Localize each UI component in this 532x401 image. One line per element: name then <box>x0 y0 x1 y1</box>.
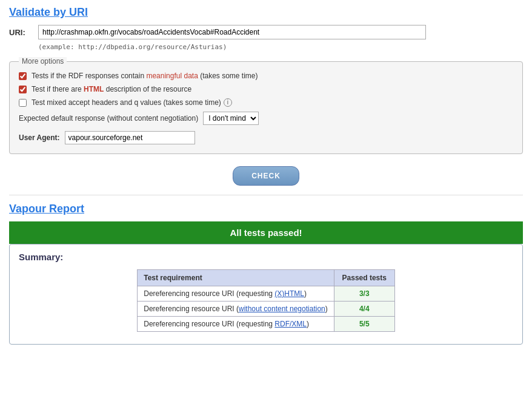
validate-title: Validate by URI <box>9 6 523 19</box>
option3-checkbox[interactable] <box>19 99 27 107</box>
table-row: Dereferencing resource URI (requesting R… <box>138 317 395 332</box>
req1-cell: Dereferencing resource URI (requesting (… <box>138 286 334 302</box>
req1-link: (X)HTML <box>274 289 304 298</box>
all-tests-passed-banner: All tests passed! <box>9 221 523 244</box>
option1-row: Tests if the RDF responses contain meani… <box>19 72 513 80</box>
option3-row: Test mixed accept headers and q values (… <box>19 98 513 107</box>
expected-label: Expected default response (without conte… <box>19 114 198 123</box>
option2-checkbox[interactable] <box>19 86 27 93</box>
check-button[interactable]: ChECK <box>233 166 299 186</box>
user-agent-input[interactable] <box>65 131 195 144</box>
req2-cell: Dereferencing resource URI (without cont… <box>138 302 334 317</box>
summary-table: Test requirement Passed tests Dereferenc… <box>137 269 395 332</box>
option1-checkbox[interactable] <box>19 72 27 80</box>
vapour-report-section: Vapour Report All tests passed! Summary:… <box>9 203 523 345</box>
option3-label: Test mixed accept headers and q values (… <box>32 98 221 107</box>
more-options-legend: More options <box>19 57 67 66</box>
check-button-row: ChECK <box>9 166 523 186</box>
summary-section: Summary: Test requirement Passed tests D… <box>9 244 523 345</box>
option2-row: Test if there are HTML description of th… <box>19 85 513 93</box>
req3-cell: Dereferencing resource URI (requesting R… <box>138 317 334 332</box>
summary-title: Summary: <box>19 252 513 262</box>
option2-label: Test if there are HTML description of th… <box>32 85 191 93</box>
user-agent-row: User Agent: <box>19 131 513 144</box>
divider <box>9 195 523 195</box>
passed1-cell: 3/3 <box>334 286 394 302</box>
vapour-report-title: Vapour Report <box>9 203 523 215</box>
uri-label: URI: <box>9 28 33 37</box>
table-row: Dereferencing resource URI (requesting (… <box>138 286 395 302</box>
req2-link: without content negotiation <box>239 305 325 313</box>
uri-example: (example: http://dbpedia.org/resource/As… <box>38 43 523 51</box>
expected-row: Expected default response (without conte… <box>19 112 513 125</box>
passed3-cell: 5/5 <box>334 317 394 332</box>
passed2-cell: 4/4 <box>334 302 394 317</box>
col2-header: Passed tests <box>334 270 394 286</box>
req3-link: RDF/XML <box>274 320 307 328</box>
option1-label: Tests if the RDF responses contain meani… <box>32 72 258 80</box>
col1-header: Test requirement <box>138 270 334 286</box>
user-agent-label: User Agent: <box>19 133 60 142</box>
expected-select[interactable]: I don't mind RDF HTML <box>203 112 259 125</box>
info-icon[interactable]: i <box>224 98 232 107</box>
table-row: Dereferencing resource URI (without cont… <box>138 302 395 317</box>
more-options-fieldset: More options Tests if the RDF responses … <box>9 57 523 154</box>
uri-input[interactable] <box>38 25 426 39</box>
validate-section: Validate by URI URI: (example: http://db… <box>9 6 523 186</box>
